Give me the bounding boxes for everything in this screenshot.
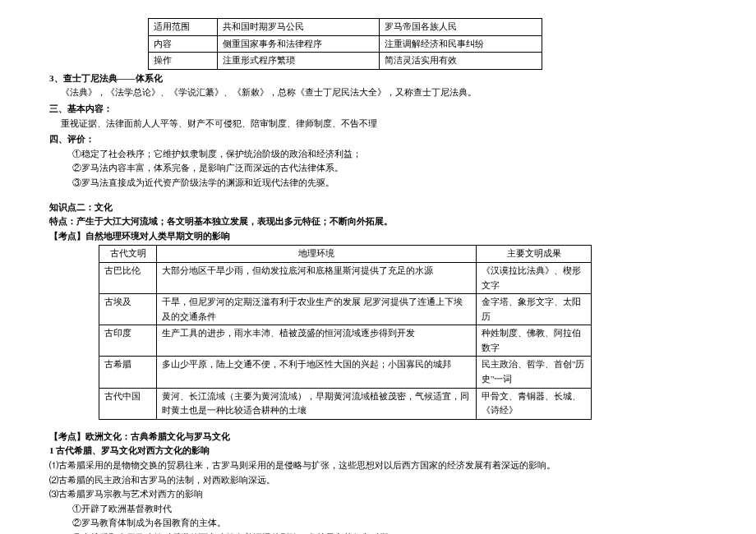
cell: 民主政治、哲学、首创"历史"一词 [477, 357, 592, 388]
cell: 《汉谟拉比法典》、楔形文字 [477, 262, 592, 293]
cell: 罗马帝国各族人民 [380, 19, 542, 36]
cell: 甲骨文、青铜器、长城、《诗经》 [477, 388, 592, 419]
body-text: ②罗马法内容丰富，体系完备，是影响广泛而深远的古代法律体系。 [49, 161, 707, 176]
cell: 古希腊 [99, 357, 157, 388]
table-row: 古希腊 多山少平原，陆上交通不便，不利于地区性大国的兴起；小国寡民的城邦 民主政… [99, 357, 592, 388]
kaodian-1: 【考点】自然地理环境对人类早期文明的影响 [49, 229, 707, 244]
body-text: ①开辟了欧洲基督教时代 [49, 502, 707, 517]
table-row: 内容 侧重国家事务和法律程序 注重调解经济和民事纠纷 [149, 35, 542, 53]
cell: 大部分地区干旱少雨，但幼发拉底河和底格里斯河提供了充足的水源 [157, 262, 477, 293]
cell: 侧重国家事务和法律程序 [218, 35, 380, 53]
cell: 古代中国 [99, 388, 157, 419]
cell: 共和国时期罗马公民 [218, 19, 380, 36]
cell: 金字塔、象形文字、太阳历 [477, 294, 592, 325]
table-row: 操作 注重形式程序繁琐 简洁灵活实用有效 [149, 53, 542, 70]
heading-3: 3、查士丁尼法典——体系化 [49, 71, 707, 86]
cell: 生产工具的进步，雨水丰沛、植被茂盛的恒河流域逐步得到开发 [157, 325, 477, 357]
cell: 干旱，但尼罗河的定期泛滥有利于农业生产的发展 尼罗河提供了连通上下埃及的交通条件 [157, 294, 477, 325]
cell: 古印度 [99, 325, 157, 357]
body-text: ⑵古希腊的民主政治和古罗马的法制，对西欧影响深远。 [49, 473, 707, 488]
body-text: 重视证据、法律面前人人平等、财产不可侵犯、陪审制度、律师制度、不告不理 [49, 117, 707, 131]
table-row: 古印度 生产工具的进步，雨水丰沛、植被茂盛的恒河流域逐步得到开发 种姓制度、佛教… [99, 325, 592, 357]
body-text: ③古希腊和古罗马建筑对后世的西方建筑有着深远的影响。尤其是文艺复兴时期。 [49, 531, 707, 534]
cell: 古埃及 [99, 294, 157, 325]
cell: 地理环境 [157, 246, 477, 263]
table-row: 古埃及 干旱，但尼罗河的定期泛滥有利于农业生产的发展 尼罗河提供了连通上下埃及的… [99, 294, 592, 325]
cell: 适用范围 [149, 19, 218, 36]
heading-euro-1: 1 古代希腊、罗马文化对西方文化的影响 [49, 444, 707, 458]
table-row: 古巴比伦 大部分地区干旱少雨，但幼发拉底河和底格里斯河提供了充足的水源 《汉谟拉… [99, 262, 592, 293]
kaodian-euro: 【考点】欧洲文化：古典希腊文化与罗马文化 [49, 430, 707, 444]
body-text: ③罗马法直接成为近代资产阶级法学的渊源和近现代法律的先驱。 [49, 176, 707, 191]
feature-line: 特点：产生于大江大河流域；各文明基本独立发展，表现出多元特征；不断向外拓展。 [49, 214, 707, 229]
heading-kp2: 知识点二：文化 [49, 200, 707, 215]
table-scope: 适用范围 共和国时期罗马公民 罗马帝国各族人民 内容 侧重国家事务和法律程序 注… [148, 18, 542, 70]
table-civilizations: 古代文明 地理环境 主要文明成果 古巴比伦 大部分地区干旱少雨，但幼发拉底河和底… [99, 245, 592, 420]
cell: 黄河、长江流域（主要为黄河流域），早期黄河流域植被茂密，气候适宜，同时黄土也是一… [157, 388, 477, 419]
cell: 注重形式程序繁琐 [218, 53, 380, 70]
body-text: 《法典》，《法学总论》、《学说汇纂》、《新敕》，总称《查士丁尼民法大全》，又称查… [49, 85, 707, 100]
heading-san: 三、基本内容： [49, 102, 707, 117]
body-text: ①稳定了社会秩序；它维护奴隶制度，保护统治阶级的政治和经济利益； [49, 147, 707, 162]
cell: 简洁灵活实用有效 [380, 53, 542, 70]
cell: 主要文明成果 [477, 246, 592, 263]
body-text: ②罗马教育体制成为各国教育的主体。 [49, 516, 707, 531]
heading-si: 四、评价： [49, 132, 707, 147]
body-text: ⑴古希腊采用的是物物交换的贸易往来，古罗马则采用的是侵略与扩张，这些思想对以后西… [49, 458, 707, 473]
table-row: 适用范围 共和国时期罗马公民 罗马帝国各族人民 [149, 19, 542, 36]
body-text: ⑶古希腊罗马宗教与艺术对西方的影响 [49, 487, 707, 502]
cell: 操作 [149, 53, 218, 70]
cell: 内容 [149, 35, 218, 53]
cell: 多山少平原，陆上交通不便，不利于地区性大国的兴起；小国寡民的城邦 [157, 357, 477, 388]
cell: 古代文明 [99, 246, 157, 263]
table-row: 古代文明 地理环境 主要文明成果 [99, 246, 592, 263]
cell: 种姓制度、佛教、阿拉伯数字 [477, 325, 592, 357]
cell: 古巴比伦 [99, 262, 157, 293]
cell: 注重调解经济和民事纠纷 [380, 35, 542, 53]
table-row: 古代中国 黄河、长江流域（主要为黄河流域），早期黄河流域植被茂密，气候适宜，同时… [99, 388, 592, 419]
